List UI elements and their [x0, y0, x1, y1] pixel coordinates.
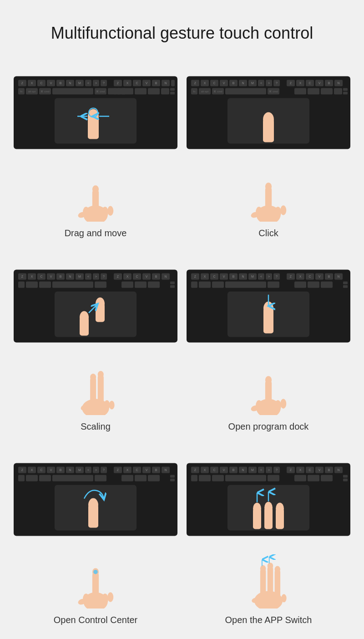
svg-point-351 [275, 566, 280, 573]
svg-text:<: < [260, 468, 262, 472]
svg-point-120 [275, 207, 281, 218]
svg-rect-271 [18, 475, 25, 481]
svg-point-179 [104, 400, 110, 410]
svg-text:M: M [78, 81, 81, 85]
gesture-card-drag-move: Z X C V B N M < > ? Z X C V B N [14, 58, 177, 242]
svg-rect-42 [121, 88, 133, 94]
svg-text:Z: Z [290, 81, 292, 85]
hand-app-switch [187, 554, 350, 609]
svg-text:M: M [251, 81, 254, 85]
svg-text:X: X [204, 275, 206, 278]
svg-rect-166 [170, 281, 175, 284]
svg-text:X: X [126, 275, 129, 278]
hand-click [187, 167, 350, 222]
svg-text:V: V [223, 468, 225, 472]
svg-text:⌘ cmd: ⌘ cmd [40, 90, 49, 93]
svg-point-178 [98, 371, 104, 378]
svg-text:X: X [204, 468, 206, 472]
svg-rect-116 [263, 119, 274, 142]
svg-text:Z: Z [194, 81, 197, 85]
svg-text:Z: Z [117, 468, 119, 472]
hand-drag [14, 167, 177, 222]
svg-rect-333 [321, 475, 333, 481]
label-control-center: Open Control Center [54, 609, 138, 629]
svg-rect-334 [343, 475, 348, 477]
svg-rect-279 [170, 475, 175, 477]
svg-text:V: V [146, 275, 148, 278]
svg-text:V: V [318, 81, 321, 85]
svg-rect-43 [135, 88, 147, 94]
svg-text:>: > [95, 81, 97, 85]
svg-rect-331 [294, 475, 306, 481]
svg-text:C: C [213, 275, 215, 278]
svg-point-232 [265, 376, 272, 384]
svg-text:C: C [213, 81, 215, 85]
svg-rect-342 [276, 508, 284, 529]
svg-text:B: B [233, 275, 235, 278]
svg-text:N: N [242, 468, 244, 472]
svg-point-347 [260, 565, 266, 572]
svg-rect-46 [170, 88, 175, 91]
svg-point-233 [275, 400, 281, 411]
svg-text:B: B [155, 81, 157, 85]
svg-text:⌘ cmd: ⌘ cmd [213, 90, 222, 93]
svg-text:X: X [126, 81, 129, 85]
svg-text:alt opt: alt opt [28, 90, 36, 93]
svg-rect-102 [225, 88, 266, 94]
svg-text:C: C [40, 275, 42, 278]
svg-rect-47 [170, 91, 175, 94]
svg-text:>: > [95, 275, 97, 278]
svg-text:B: B [233, 81, 235, 85]
svg-rect-17 [171, 80, 175, 86]
hand-control-center [14, 554, 177, 609]
svg-text:B: B [328, 275, 330, 278]
svg-text:M: M [78, 275, 81, 278]
svg-rect-328 [212, 475, 224, 481]
svg-point-61 [102, 207, 108, 218]
label-click: Click [258, 222, 278, 242]
svg-text:X: X [31, 275, 33, 278]
svg-text:alt opt: alt opt [201, 90, 209, 93]
svg-point-60 [92, 185, 99, 193]
svg-point-62 [107, 206, 113, 215]
svg-text:B: B [233, 468, 235, 472]
svg-rect-216 [191, 281, 197, 288]
svg-rect-59 [92, 189, 99, 216]
svg-text:B: B [60, 468, 62, 472]
svg-rect-222 [308, 281, 319, 288]
gesture-card-program-dock: ZXC VBN M<> ? ZXC VBN [187, 251, 350, 436]
svg-text:V: V [146, 81, 148, 85]
svg-text:B: B [60, 81, 62, 85]
gesture-card-app-switch: ZXC VBN M<> ? ZXC VBN [187, 445, 350, 629]
svg-text:N: N [337, 81, 339, 85]
svg-rect-276 [121, 475, 133, 481]
svg-rect-228 [263, 308, 273, 333]
svg-rect-159 [26, 281, 38, 288]
svg-rect-220 [268, 281, 279, 288]
svg-text:>: > [268, 275, 270, 278]
svg-rect-277 [135, 475, 147, 481]
svg-text:?: ? [103, 468, 105, 472]
svg-text:C: C [136, 81, 138, 85]
svg-rect-218 [212, 281, 224, 288]
svg-text:N: N [337, 468, 339, 472]
svg-text:>: > [95, 468, 97, 472]
svg-point-287 [102, 593, 108, 604]
svg-text:X: X [299, 81, 302, 85]
svg-text:<: < [87, 275, 89, 278]
svg-rect-275 [95, 475, 106, 481]
svg-point-234 [280, 399, 286, 408]
svg-text:B: B [155, 275, 157, 278]
svg-rect-106 [321, 88, 333, 94]
svg-text:C: C [40, 81, 42, 85]
svg-rect-332 [308, 475, 319, 481]
svg-text:V: V [223, 275, 225, 278]
svg-text:N: N [69, 275, 71, 278]
svg-text:C: C [136, 275, 138, 278]
svg-rect-350 [275, 569, 280, 602]
svg-rect-326 [191, 475, 197, 481]
svg-text:<: < [260, 275, 262, 278]
label-drag-move: Drag and move [65, 222, 127, 242]
svg-rect-221 [294, 281, 306, 288]
svg-rect-165 [148, 281, 160, 288]
